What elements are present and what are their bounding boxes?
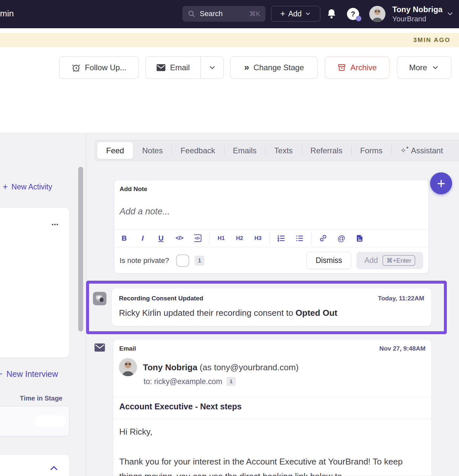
note-input[interactable]: Add a note... bbox=[120, 206, 415, 217]
email-button[interactable]: Email bbox=[146, 57, 200, 78]
ordered-list-button[interactable] bbox=[272, 231, 290, 245]
consent-activity-card[interactable]: Recording Consent Updated Today, 11:22AM… bbox=[111, 288, 432, 326]
tab-texts[interactable]: Texts bbox=[265, 142, 302, 159]
banner-time-ago: 3MIN AGO bbox=[413, 36, 450, 44]
search-input[interactable]: Search ⌘K bbox=[182, 6, 265, 22]
add-note-submit-button[interactable]: Add ⌘+Enter bbox=[356, 252, 423, 269]
sidebar-card: ••• bbox=[0, 207, 70, 358]
underline-button[interactable]: U bbox=[152, 231, 170, 245]
more-button[interactable]: More bbox=[397, 56, 451, 79]
formatting-toolbar: B I U </> </> H1 H2 H3 @ bbox=[114, 229, 428, 247]
sender-name: Tony Nobriga bbox=[143, 362, 197, 372]
email-activity-card[interactable]: Email Nov 27, 9:48AM Tony Nobriga (as to… bbox=[113, 339, 432, 476]
plus-icon: + bbox=[0, 368, 3, 379]
add-button[interactable]: + Add bbox=[271, 6, 320, 22]
change-stage-button[interactable]: » Change Stage bbox=[230, 56, 318, 79]
floating-add-button[interactable]: + bbox=[430, 172, 452, 194]
double-chevron-icon: » bbox=[244, 62, 249, 73]
time-in-stage-box bbox=[0, 406, 70, 436]
toolbar-divider bbox=[311, 232, 311, 245]
activity-timestamp: Nov 27, 9:48AM bbox=[379, 345, 425, 352]
user-name: Tony Nobriga bbox=[392, 5, 443, 14]
activity-title: Recording Consent Updated bbox=[119, 295, 203, 302]
chevron-down-icon bbox=[305, 11, 311, 17]
tab-forms[interactable]: Forms bbox=[351, 142, 391, 159]
search-icon bbox=[188, 10, 195, 18]
new-interview-link[interactable]: + New Interview bbox=[0, 368, 58, 379]
code-block-button[interactable]: </> bbox=[189, 231, 207, 245]
user-menu-chevron-icon[interactable] bbox=[446, 10, 455, 19]
search-shortcut: ⌘K bbox=[249, 10, 260, 18]
composer-title: Add Note bbox=[120, 185, 147, 193]
inline-code-button[interactable]: </> bbox=[170, 231, 189, 245]
feed-tab-bar: Feed Notes Feedback Emails Texts Referra… bbox=[95, 140, 459, 161]
tab-feed[interactable]: Feed bbox=[97, 142, 133, 159]
recording-consent-icon bbox=[93, 292, 106, 305]
heading3-button[interactable]: H3 bbox=[249, 231, 267, 245]
tab-referrals[interactable]: Referrals bbox=[302, 142, 351, 159]
sender-line: Tony Nobriga (as tony@yourbrand.com) bbox=[143, 362, 299, 373]
help-button[interactable]: ? bbox=[347, 8, 359, 20]
email-greeting: Hi Ricky, bbox=[119, 427, 152, 437]
alarm-clock-icon bbox=[72, 63, 80, 72]
app-window: min Search ⌘K + Add ? Tony Nobriga YourB… bbox=[0, 0, 459, 476]
composer-footer: Is note private? i Dismiss Add ⌘+Enter bbox=[114, 247, 428, 274]
email-subject: Account Executive - Next steps bbox=[119, 402, 241, 411]
ellipsis-menu-icon[interactable]: ••• bbox=[52, 222, 59, 227]
user-avatar[interactable] bbox=[369, 6, 385, 22]
card-divider bbox=[113, 419, 431, 419]
info-icon[interactable]: i bbox=[226, 377, 236, 386]
link-button[interactable] bbox=[314, 231, 332, 245]
card-divider bbox=[113, 397, 431, 397]
sidebar-card-bottom bbox=[0, 454, 70, 476]
bullet-list-button[interactable] bbox=[290, 231, 309, 245]
chevron-down-icon bbox=[208, 64, 216, 72]
email-button-group: Email bbox=[146, 56, 224, 79]
sender-avatar bbox=[119, 358, 137, 376]
archive-icon bbox=[337, 63, 346, 72]
dismiss-button[interactable]: Dismiss bbox=[307, 252, 351, 269]
recipient-line: to: ricky@example.com i bbox=[144, 377, 236, 386]
heading2-button[interactable]: H2 bbox=[230, 231, 249, 245]
add-note-composer: Add Note Add a note... B I U </> </> H1 … bbox=[114, 180, 429, 273]
mention-button[interactable]: @ bbox=[332, 231, 351, 245]
plus-icon: + bbox=[280, 9, 285, 19]
chevron-up-icon[interactable] bbox=[50, 465, 58, 472]
private-note-checkbox[interactable] bbox=[176, 254, 189, 267]
archive-button[interactable]: Archive bbox=[325, 56, 389, 79]
email-activity-icon bbox=[94, 343, 105, 353]
heading1-button[interactable]: H1 bbox=[212, 231, 230, 245]
plus-icon: + bbox=[437, 175, 446, 192]
tab-notes[interactable]: Notes bbox=[133, 142, 172, 159]
email-dropdown-button[interactable] bbox=[200, 57, 223, 78]
chevron-down-icon bbox=[431, 64, 439, 72]
tab-emails[interactable]: Emails bbox=[224, 142, 265, 159]
keyboard-shortcut-chip: ⌘+Enter bbox=[382, 255, 415, 266]
plus-icon: + bbox=[3, 182, 8, 192]
user-menu[interactable]: Tony Nobriga YourBrand bbox=[392, 5, 443, 23]
activity-timestamp: Today, 11:22AM bbox=[378, 295, 424, 302]
recipient-email: to: ricky@example.com bbox=[144, 377, 222, 386]
time-in-stage-label: Time in Stage bbox=[0, 395, 62, 402]
tab-feedback[interactable]: Feedback bbox=[172, 142, 224, 159]
envelope-icon bbox=[156, 64, 166, 71]
italic-button[interactable]: I bbox=[133, 231, 152, 245]
sender-alias: (as tony@yourbrand.com) bbox=[197, 362, 299, 372]
sidebar-scrollbar[interactable] bbox=[78, 167, 83, 332]
bold-button[interactable]: B bbox=[115, 231, 133, 245]
activity-title: Email bbox=[119, 345, 136, 352]
new-activity-link[interactable]: + New Activity bbox=[3, 182, 52, 192]
follow-up-button[interactable]: Follow Up... bbox=[59, 56, 139, 79]
email-body: Thank you for your interest in the Accou… bbox=[119, 454, 423, 476]
time-in-stage-value-pill bbox=[35, 416, 66, 427]
notifications-bell-icon[interactable] bbox=[327, 8, 336, 21]
toolbar-divider bbox=[209, 232, 210, 245]
consent-status-value: Opted Out bbox=[296, 308, 337, 318]
help-status-dot bbox=[356, 16, 361, 21]
info-icon[interactable]: i bbox=[195, 256, 204, 266]
image-attach-button[interactable] bbox=[351, 231, 369, 245]
user-org: YourBrand bbox=[392, 14, 443, 23]
toolbar-divider bbox=[269, 232, 270, 245]
activity-body: Ricky Kirlin updated their recording con… bbox=[119, 308, 337, 318]
tab-assistant[interactable]: ✧✦ Assistant bbox=[391, 142, 452, 159]
